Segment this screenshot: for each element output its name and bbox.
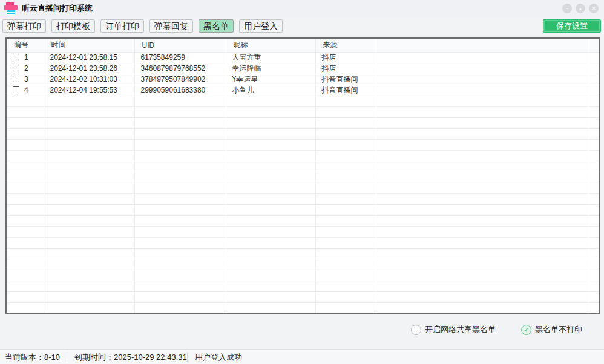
cell-empty xyxy=(226,161,315,172)
cell-empty xyxy=(44,161,134,172)
table-row[interactable]: 12024-12-01 23:58:1561735849259大宝方重抖店 xyxy=(6,52,600,63)
printer-icon xyxy=(4,2,18,15)
no-print-option[interactable]: ✓ 黑名单不打印 xyxy=(521,324,582,335)
cell-empty xyxy=(134,161,226,172)
cell-empty xyxy=(44,237,134,248)
cell-empty xyxy=(315,291,376,302)
cell-empty xyxy=(588,172,600,183)
cell-filler xyxy=(376,63,588,74)
cell-empty xyxy=(226,172,315,183)
cell-empty xyxy=(134,183,226,193)
tab-5[interactable]: 黑名单 xyxy=(199,19,234,33)
cell-empty xyxy=(588,302,600,313)
cell-empty xyxy=(134,139,226,150)
cell-empty xyxy=(376,183,588,193)
cell-empty xyxy=(134,172,226,183)
cell-empty xyxy=(315,302,376,313)
cell-empty xyxy=(226,237,315,248)
cell-empty xyxy=(134,259,226,270)
cell-empty xyxy=(134,193,226,204)
tab-bar-tabs: 弹幕打印打印模板订单打印弹幕回复黑名单用户登入 xyxy=(2,19,283,33)
table-row-empty xyxy=(6,226,600,237)
column-header: 时间 xyxy=(44,38,134,52)
table-row[interactable]: 32024-12-02 10:31:033784979507849902¥幸运星… xyxy=(6,74,600,85)
cell-empty xyxy=(226,259,315,270)
cell-empty xyxy=(588,237,600,248)
cell-empty xyxy=(376,193,588,204)
radio-unchecked-icon[interactable] xyxy=(411,325,421,335)
cell-empty xyxy=(134,237,226,248)
check-circle-icon[interactable]: ✓ xyxy=(521,325,531,335)
save-settings-button[interactable]: 保存设置 xyxy=(543,19,601,33)
cell-uid: 3784979507849902 xyxy=(134,74,226,85)
cell-num: 2 xyxy=(6,63,44,74)
titlebar: 听云直播间打印系统 − ▲ ✕ xyxy=(0,0,604,17)
cell-empty xyxy=(588,128,600,139)
app-window: 听云直播间打印系统 − ▲ ✕ 弹幕打印打印模板订单打印弹幕回复黑名单用户登入 … xyxy=(0,0,604,364)
table-row-empty xyxy=(6,183,600,193)
cell-empty xyxy=(226,128,315,139)
tab-6[interactable]: 用户登入 xyxy=(239,19,283,33)
status-version: 当前版本：8-10 xyxy=(0,352,67,363)
cell-filler xyxy=(376,52,588,63)
cell-empty xyxy=(588,226,600,237)
cell-empty xyxy=(134,215,226,226)
close-icon[interactable]: ✕ xyxy=(589,4,599,13)
cell-filler xyxy=(376,74,588,85)
table-row-empty xyxy=(6,302,600,313)
cell-empty xyxy=(134,204,226,215)
cell-empty xyxy=(226,150,315,161)
cell-empty xyxy=(376,204,588,215)
cell-nickname: 幸运降临 xyxy=(226,63,315,74)
cell-time: 2024-12-04 19:55:53 xyxy=(44,85,134,96)
tab-3[interactable]: 订单打印 xyxy=(100,19,144,33)
cell-empty xyxy=(315,117,376,128)
share-blacklist-option[interactable]: 开启网络共享黑名单 xyxy=(411,324,496,335)
tab-4[interactable]: 弹幕回复 xyxy=(149,19,193,33)
cell-empty xyxy=(6,117,44,128)
cell-empty xyxy=(588,106,600,117)
cell-empty xyxy=(44,193,134,204)
cell-empty xyxy=(6,96,44,106)
cell-nickname: 小鱼儿 xyxy=(226,85,315,96)
table-row[interactable]: 22024-12-01 23:58:263460879879768552幸运降临… xyxy=(6,63,600,74)
maximize-icon[interactable]: ▲ xyxy=(576,4,585,13)
cell-empty xyxy=(44,117,134,128)
table-row[interactable]: 42024-12-04 19:55:532999059061683380小鱼儿抖… xyxy=(6,85,600,96)
cell-nickname: 大宝方重 xyxy=(226,52,315,63)
row-checkbox[interactable] xyxy=(13,54,19,60)
cell-empty xyxy=(226,226,315,237)
cell-empty xyxy=(226,215,315,226)
table-row-empty xyxy=(6,270,600,281)
cell-empty xyxy=(376,226,588,237)
row-checkbox[interactable] xyxy=(13,65,19,71)
row-checkbox[interactable] xyxy=(13,76,19,82)
table-row-empty xyxy=(6,172,600,183)
minimize-icon[interactable]: − xyxy=(562,4,572,13)
cell-empty xyxy=(376,96,588,106)
table-row-empty xyxy=(6,150,600,161)
cell-nickname: ¥幸运星 xyxy=(226,74,315,85)
cell-empty xyxy=(6,139,44,150)
cell-empty xyxy=(376,291,588,302)
tab-2[interactable]: 打印模板 xyxy=(51,19,95,33)
table-row-empty xyxy=(6,248,600,259)
table-body: 12024-12-01 23:58:1561735849259大宝方重抖店220… xyxy=(6,52,600,313)
column-header-empty xyxy=(588,38,600,52)
cell-empty xyxy=(315,237,376,248)
cell-empty xyxy=(315,248,376,259)
column-header: 昵称 xyxy=(226,38,315,52)
cell-empty xyxy=(588,270,600,281)
window-controls: − ▲ ✕ xyxy=(562,4,604,13)
row-checkbox[interactable] xyxy=(13,86,19,93)
cell-empty xyxy=(315,106,376,117)
cell-empty xyxy=(134,270,226,281)
cell-empty xyxy=(376,139,588,150)
table-row-empty xyxy=(6,281,600,291)
cell-empty xyxy=(376,172,588,183)
row-number: 2 xyxy=(24,64,28,73)
cell-source: 抖店 xyxy=(315,52,376,63)
cell-empty xyxy=(588,204,600,215)
tab-1[interactable]: 弹幕打印 xyxy=(2,19,46,33)
cell-empty xyxy=(588,150,600,161)
